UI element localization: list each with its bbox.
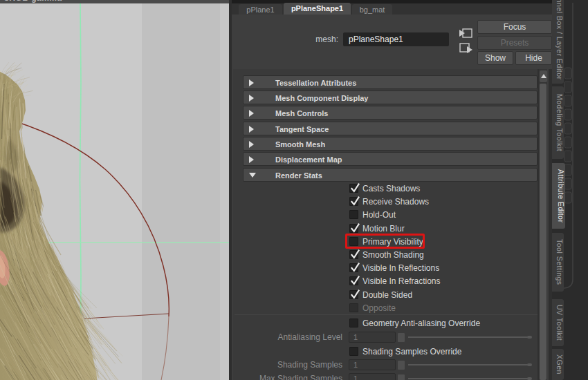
chevron-right-icon <box>249 126 254 133</box>
dock-grip-square <box>564 82 572 93</box>
section-title: Tangent Space <box>275 123 329 135</box>
scrollbar-thumb[interactable] <box>540 84 546 380</box>
slider-label: Shading Samples <box>277 360 342 370</box>
section-mesh-component-display[interactable]: Mesh Component Display <box>243 91 538 104</box>
viewport-scene <box>0 0 229 380</box>
row-max-shading-samples: Max Shading Samples1 <box>233 373 540 380</box>
section-tessellation-attributes[interactable]: Tessellation Attributes <box>243 75 538 89</box>
chevron-right-icon <box>249 95 254 102</box>
connection-icons <box>458 27 476 56</box>
chevron-right-icon <box>249 156 254 163</box>
section-tangent-space[interactable]: Tangent Space <box>243 122 538 135</box>
chevron-right-icon <box>249 110 254 117</box>
section-title: Smooth Mesh <box>275 138 325 151</box>
chevron-right-icon <box>249 79 254 86</box>
antialiasing-level-slider-groove[interactable] <box>408 336 531 338</box>
show-output-connections-icon[interactable] <box>460 44 472 53</box>
section-mesh-controls[interactable]: Mesh Controls <box>243 106 538 120</box>
checkbox-motion-blur[interactable] <box>349 224 358 233</box>
section-title: Tessellation Attributes <box>275 77 356 89</box>
chevron-down-icon <box>249 173 256 178</box>
right-dock-sidebar: Channel Box / Layer Editor Modeling Tool… <box>552 0 588 380</box>
dock-grip-square <box>564 95 572 106</box>
checkbox-shading-samples-override[interactable] <box>349 347 358 356</box>
dock-grip-square <box>564 151 572 162</box>
hair-mesh[interactable] <box>0 62 138 380</box>
checkbox-label: Shading Samples Override <box>362 347 461 357</box>
section-displacement-map[interactable]: Displacement Map <box>243 152 538 166</box>
row-shading-samples: Shading Samples1 <box>233 359 540 370</box>
dock-grip-square <box>564 164 572 175</box>
chevron-right-icon <box>249 141 254 148</box>
checkbox-label: Smooth Shading <box>362 250 424 260</box>
checkbox-smooth-shading[interactable] <box>349 250 358 259</box>
viewport-3d[interactable]: sRGB gamma <box>0 0 229 380</box>
row-antialiasing-level: Antialiasing Level1 <box>233 332 540 343</box>
section-title: Mesh Component Display <box>275 92 368 104</box>
maya-window: sRGB gamma pPlane1 pPlaneShape1 bg_mat m… <box>0 0 588 380</box>
panel-scrollbar[interactable] <box>538 69 547 380</box>
viewport-toolbar: sRGB gamma <box>0 0 229 3</box>
hide-button[interactable]: Hide <box>515 51 552 65</box>
checkbox-opposite[interactable] <box>349 303 358 312</box>
section-title: Render Stats <box>275 169 322 182</box>
checkbox-label: Opposite <box>362 303 396 313</box>
section-title: Displacement Map <box>275 153 342 166</box>
checkbox-visible-in-reflections[interactable] <box>349 263 358 272</box>
dock-grip-square <box>564 109 572 120</box>
checkbox-label: Geometry Anti-aliasing Override <box>362 319 480 328</box>
max-shading-samples-field[interactable]: 1 <box>349 373 396 380</box>
attributes-scroll-area: Tessellation Attributes Mesh Component D… <box>233 69 540 380</box>
checkbox-label: Casts Shadows <box>362 184 420 193</box>
shading-samples-slider-groove[interactable] <box>408 364 531 365</box>
checkbox-label: Motion Blur <box>362 224 405 234</box>
checkbox-casts-shadows[interactable] <box>349 184 358 193</box>
dock-tab-modeling-toolkit[interactable]: Modeling Toolkit <box>552 86 564 159</box>
circle-radius-line[interactable] <box>84 314 169 319</box>
checkbox-geometry-anti-aliasing-override[interactable] <box>349 319 358 327</box>
dock-grip-square <box>564 68 572 79</box>
dock-tab-attribute-editor[interactable]: Attribute Editor <box>552 163 565 229</box>
antialiasing-level-field[interactable]: 1 <box>349 332 396 343</box>
checkbox-visible-in-refractions[interactable] <box>349 276 358 285</box>
checkbox-double-sided[interactable] <box>349 290 358 299</box>
show-input-connections-icon[interactable] <box>459 29 472 37</box>
checkbox-receive-shadows[interactable] <box>349 197 358 206</box>
viewport-gamma-label: sRGB gamma <box>4 0 62 3</box>
max-shading-samples-slider-handle[interactable] <box>397 374 405 380</box>
dock-tab-xgen[interactable]: XGen <box>552 349 564 380</box>
presets-button[interactable]: Presets <box>477 36 552 50</box>
focus-button[interactable]: Focus <box>477 20 552 34</box>
mesh-name-field[interactable]: pPlaneShape1 <box>343 32 449 46</box>
antialiasing-level-slider-handle[interactable] <box>397 332 405 343</box>
max-shading-samples-slider-groove[interactable] <box>408 378 531 379</box>
shading-samples-field[interactable]: 1 <box>349 359 396 370</box>
dock-tab-channel-box[interactable]: Channel Box / Layer Editor <box>552 0 564 84</box>
slider-label: Antialiasing Level <box>278 332 342 342</box>
checkbox-label: Double Sided <box>362 290 412 300</box>
tab-bg-mat[interactable]: bg_mat <box>352 4 392 15</box>
tab-pplane1[interactable]: pPlane1 <box>239 4 282 15</box>
checkbox-label: Hold-Out <box>362 210 396 220</box>
dock-grip-square <box>564 178 572 189</box>
section-render-stats[interactable]: Render Stats <box>243 168 538 182</box>
dock-tab-uv-toolkit[interactable]: UV Toolkit <box>552 299 564 346</box>
dock-tab-tool-settings[interactable]: Tool Settings <box>552 233 564 292</box>
attribute-editor-panel: pPlane1 pPlaneShape1 bg_mat mesh: pPlane… <box>232 0 552 380</box>
shading-samples-slider-handle[interactable] <box>397 360 405 370</box>
dock-grip-square <box>564 192 572 203</box>
dock-grip-square <box>564 123 572 134</box>
section-title: Mesh Controls <box>275 107 328 120</box>
section-smooth-mesh[interactable]: Smooth Mesh <box>243 137 538 151</box>
scrollbar-up-arrow[interactable] <box>540 70 547 82</box>
checkbox-hold-out[interactable] <box>349 210 358 219</box>
separator-line <box>235 314 540 315</box>
checkbox-label: Visible In Reflections <box>362 263 439 273</box>
checkbox-label: Receive Shadows <box>362 197 429 207</box>
tab-pplaneshape1[interactable]: pPlaneShape1 <box>284 3 351 15</box>
mesh-label: mesh: <box>304 35 338 44</box>
primary-visibility-highlight <box>345 234 425 249</box>
show-button[interactable]: Show <box>477 51 513 65</box>
dock-grip-square <box>564 137 572 148</box>
checkbox-label: Visible In Refractions <box>362 276 441 286</box>
